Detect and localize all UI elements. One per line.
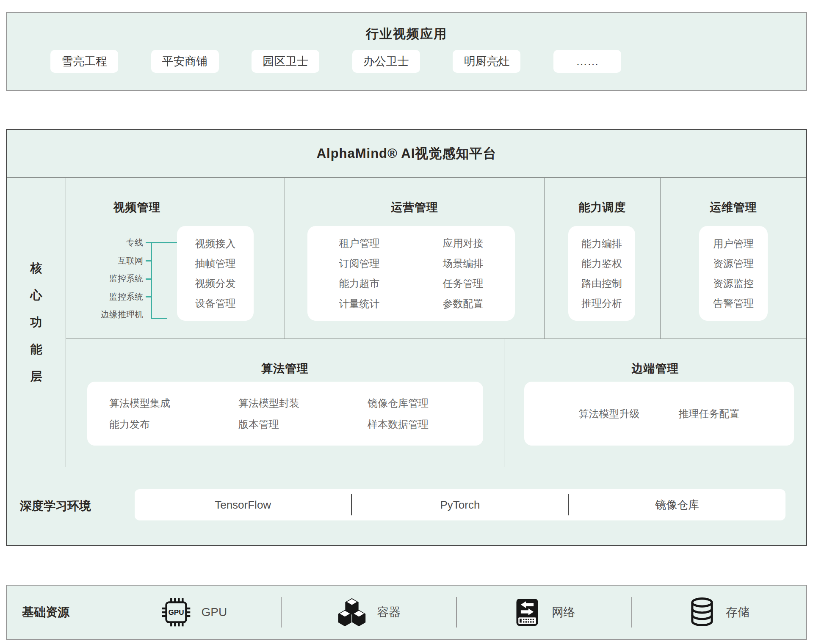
operation-item: 应用对接: [411, 233, 515, 253]
video-source-label: 监控系统: [109, 270, 143, 288]
edge-item: 推理任务配置: [679, 407, 740, 421]
operation-item: 场景编排: [411, 253, 515, 274]
app-box-ellipsis: ……: [553, 50, 621, 73]
algorithm-items-box: 算法模型集成 能力发布 算法模型封装 版本管理 镜像仓库管理 样本数据管理: [87, 382, 483, 446]
core-layer-label-column: 核心功能层: [7, 178, 66, 467]
app-box: 雪亮工程: [50, 50, 118, 73]
connector-top-line: [146, 242, 178, 243]
video-function-item: 视频分发: [195, 273, 236, 293]
maintenance-item: 告警管理: [713, 293, 754, 313]
app-box: 平安商铺: [151, 50, 219, 73]
edge-items-box: 算法模型升级 推理任务配置: [524, 382, 794, 446]
algorithm-management-column: 算法管理 算法模型集成 能力发布 算法模型封装 版本管理 镜像仓: [66, 339, 504, 467]
operation-item: 计量统计: [307, 294, 411, 314]
ops-maintenance-column: 运维管理 用户管理 资源管理 资源监控 告警管理: [661, 178, 806, 339]
algorithm-item: 镜像仓库管理: [368, 393, 429, 414]
resource-label: 存储: [726, 604, 749, 620]
industry-apps-row: 雪亮工程 平安商铺 园区卫士 办公卫士 明厨亮灶 ……: [50, 50, 621, 73]
capability-item: 能力编排: [581, 234, 622, 253]
capability-scheduling-title: 能力调度: [545, 200, 660, 215]
video-source-label: 专线: [126, 234, 143, 252]
dl-framework: 镜像仓库: [569, 498, 785, 512]
gpu-icon: GPU: [161, 597, 191, 627]
resource-group-container: 容器: [282, 597, 456, 627]
algorithm-item: 样本数据管理: [368, 414, 429, 435]
algorithm-item: 算法模型集成: [109, 393, 238, 414]
app-label: 园区卫士: [263, 54, 308, 69]
operation-item: 任务管理: [411, 273, 515, 294]
resource-group-gpu: GPU GPU: [107, 597, 281, 627]
video-functions-box: 视频接入 抽帧管理 视频分发 设备管理: [177, 226, 254, 321]
algorithm-item: 算法模型封装: [238, 393, 368, 414]
video-function-item: 抽帧管理: [195, 253, 236, 273]
operation-item: 租户管理: [307, 233, 411, 253]
network-icon: [513, 597, 542, 627]
operation-item: 参数配置: [411, 294, 515, 314]
capability-scheduling-column: 能力调度 能力编排 能力鉴权 路由控制 推理分析: [545, 178, 661, 339]
algorithm-item-column: 算法模型封装 版本管理: [238, 393, 368, 435]
connector-trunk-line: [151, 242, 152, 319]
industry-apps-section: 行业视频应用 雪亮工程 平安商铺 园区卫士 办公卫士 明厨亮灶 ……: [6, 12, 807, 91]
algorithm-item-column: 镜像仓库管理 样本数据管理: [368, 393, 429, 435]
algorithm-item-column: 算法模型集成 能力发布: [109, 393, 238, 435]
video-management-title: 视频管理: [66, 200, 208, 215]
operation-item: 订阅管理: [307, 253, 411, 274]
core-content: 视频管理 专线 互联网 监控系统 监控系统 边缘推理机: [66, 178, 806, 467]
maintenance-item: 资源管理: [713, 253, 754, 273]
resource-label: 容器: [377, 604, 401, 620]
resource-groups: GPU GPU: [107, 586, 806, 639]
connector-tick-line: [146, 278, 152, 280]
resource-group-network: 网络: [457, 597, 631, 627]
capability-item: 能力鉴权: [581, 253, 622, 273]
maintenance-item: 资源监控: [713, 273, 754, 293]
app-label: 雪亮工程: [61, 54, 107, 69]
app-box: 园区卫士: [252, 50, 319, 73]
connector-tick-line: [146, 260, 152, 261]
video-source-label: 边缘推理机: [101, 305, 143, 324]
video-function-item: 设备管理: [195, 293, 236, 313]
operation-item: 能力超市: [307, 273, 411, 294]
operation-items-box: 租户管理 应用对接 订阅管理 场景编排 能力超市 任务管理 计量统计 参数配置: [307, 226, 515, 321]
capability-item: 推理分析: [581, 293, 622, 313]
video-function-item: 视频接入: [195, 234, 236, 253]
video-source-label: 监控系统: [109, 288, 143, 306]
ops-maintenance-title: 运维管理: [661, 200, 806, 215]
app-label: 明厨亮灶: [464, 54, 509, 69]
ops-maintenance-box: 用户管理 资源管理 资源监控 告警管理: [699, 226, 768, 321]
core-function-layer: 核心功能层 视频管理 专线 互联网 监控系统 监控系统 边缘推理机: [7, 178, 806, 467]
platform-title: AlphaMind® AI视觉感知平台: [7, 130, 806, 178]
edge-item: 算法模型升级: [579, 407, 640, 421]
maintenance-item: 用户管理: [713, 234, 754, 253]
deep-learning-bar: TensorFlow PyTorch 镜像仓库: [135, 489, 785, 520]
video-source-label: 互联网: [118, 252, 143, 270]
dl-framework: TensorFlow: [135, 498, 351, 512]
resource-label: GPU: [202, 605, 227, 619]
industry-section-title: 行业视频应用: [7, 25, 806, 43]
app-label: ……: [576, 55, 599, 68]
app-box: 明厨亮灶: [453, 50, 520, 73]
storage-icon: [689, 597, 716, 628]
algorithm-item: 能力发布: [109, 414, 238, 435]
video-source-list: 专线 互联网 监控系统 监控系统 边缘推理机: [66, 234, 143, 324]
operation-management-title: 运营管理: [285, 200, 544, 215]
base-resources-section: 基础资源 GPU GPU: [6, 585, 807, 640]
core-row-2: 算法管理 算法模型集成 能力发布 算法模型封装 版本管理 镜像仓: [66, 339, 806, 467]
connector-tick-line: [146, 296, 152, 297]
app-label: 办公卫士: [363, 54, 409, 69]
resource-group-storage: 存储: [632, 597, 806, 628]
svg-text:GPU: GPU: [168, 608, 184, 616]
edge-management-title: 边端管理: [504, 361, 806, 376]
container-icon: [337, 597, 367, 627]
operation-management-column: 运营管理 租户管理 应用对接 订阅管理 场景编排 能力超市 任务管理 计量统计 …: [285, 178, 545, 339]
core-layer-label: 核心功能层: [30, 255, 42, 390]
capability-item: 路由控制: [581, 273, 622, 293]
core-row-1: 视频管理 专线 互联网 监控系统 监控系统 边缘推理机: [66, 178, 806, 339]
edge-management-column: 边端管理 算法模型升级 推理任务配置: [504, 339, 806, 467]
connector-tail-line: [151, 318, 167, 319]
algorithm-management-title: 算法管理: [66, 361, 504, 376]
video-management-column: 视频管理 专线 互联网 监控系统 监控系统 边缘推理机: [66, 178, 285, 339]
architecture-diagram: 行业视频应用 雪亮工程 平安商铺 园区卫士 办公卫士 明厨亮灶 …… Alpha…: [0, 0, 813, 644]
app-box: 办公卫士: [352, 50, 420, 73]
platform-section: AlphaMind® AI视觉感知平台 核心功能层 视频管理 专线 互联网 监控…: [6, 129, 807, 546]
deep-learning-row: 深度学习环境 TensorFlow PyTorch 镜像仓库: [7, 467, 806, 545]
